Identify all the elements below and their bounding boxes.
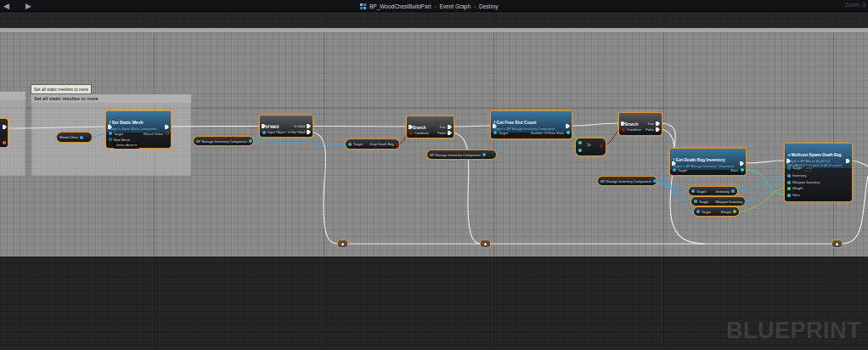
multicast-icon: ⊙ — [787, 153, 791, 157]
delegate-out-pin[interactable] — [396, 143, 399, 146]
target-pin[interactable] — [691, 189, 695, 193]
self-default-value[interactable]: self — [804, 166, 812, 172]
node-getter-weight[interactable]: Target Weight — [694, 207, 739, 216]
input-object-pin[interactable] — [262, 131, 266, 134]
object-out-pin[interactable] — [731, 189, 735, 193]
target-pin[interactable] — [696, 210, 700, 213]
breadcrumb-function[interactable]: Destroy — [479, 3, 498, 9]
target-pin[interactable] — [694, 200, 697, 203]
int-out-pin[interactable] — [566, 131, 570, 134]
node-offscreen-left[interactable] — [0, 119, 8, 147]
target-pin[interactable] — [673, 168, 676, 172]
condition-pin[interactable] — [409, 132, 413, 135]
bool-out-pin[interactable] — [600, 144, 603, 148]
blueprint-class-icon — [360, 3, 366, 9]
condition-pin[interactable] — [622, 128, 625, 132]
slots-pin[interactable] — [787, 194, 791, 197]
node-storage-component-getter[interactable]: BP Storage Inventory Component — [194, 137, 253, 145]
return-value-pin[interactable] — [166, 132, 169, 135]
node-set-static-mesh[interactable]: ƒSet Static Mesh Target is Static Mesh C… — [106, 111, 171, 148]
graph-canvas-top[interactable] — [0, 12, 868, 28]
weight-pin[interactable] — [787, 187, 791, 190]
chevron-down-icon: ▾ — [135, 144, 137, 147]
chevron-right-icon: › — [474, 3, 476, 8]
top-toolbar: ◀ ▶ BP_WoodChestBuildPart › Event Graph … — [0, 0, 868, 12]
node-multicast-spawn-death-bag[interactable]: ⊙Multicast Spawn Death Bag Target is BP … — [785, 144, 852, 201]
float-out-pin[interactable] — [733, 210, 736, 213]
reroute-node[interactable] — [481, 240, 490, 247]
node-storage-component-getter[interactable]: BP Storage Inventory Component — [598, 177, 657, 185]
variable-label: BP Storage Inventory Component — [196, 139, 247, 144]
object-out-pin[interactable] — [653, 179, 657, 183]
back-icon[interactable]: ◀ — [3, 1, 9, 11]
delegate-label: Drop Death Bag — [369, 142, 394, 146]
target-pin[interactable] — [493, 131, 497, 134]
variable-label: BP Storage Inventory Component — [430, 153, 481, 157]
weapon-inventory-pin[interactable] — [787, 181, 791, 184]
comment-title[interactable]: Set all static meshes to none — [31, 94, 191, 103]
object-out-pin[interactable] — [80, 136, 83, 139]
breadcrumb-event-graph[interactable]: Event Graph — [440, 3, 471, 9]
int-out-pin[interactable] — [741, 168, 744, 172]
variable-label: BP Storage Inventory Component — [600, 179, 651, 183]
node-branch-2[interactable]: YBranch True Condition False — [619, 113, 662, 135]
node-is-valid[interactable]: ?Is Valid Exec Is Valid Input Object Is … — [260, 116, 313, 137]
greater-than-icon: > — [587, 143, 591, 147]
zoom-level-label: Zoom -3 — [845, 2, 865, 8]
node-get-free-slot-count[interactable]: ƒGet Free Slot Count Target is BP Storag… — [491, 111, 572, 138]
chevron-right-icon: › — [435, 3, 437, 8]
breadcrumb: BP_WoodChestBuildPart › Event Graph › De… — [360, 1, 498, 11]
variable-label: Wood Chest — [59, 135, 78, 139]
comment-tooltip: Set all static meshes to none — [31, 84, 92, 94]
graph-canvas-bottom[interactable]: BLUEPRINT — [0, 257, 868, 350]
forward-icon[interactable]: ▶ — [25, 1, 31, 11]
node-branch-1[interactable]: YBranch True Condition False — [407, 116, 454, 138]
target-pin[interactable] — [787, 167, 791, 170]
object-out-pin[interactable] — [745, 200, 748, 203]
object-out-pin[interactable] — [249, 139, 252, 143]
node-getter-weapon-inventory[interactable]: Target Weapon Inventory — [691, 197, 745, 206]
breadcrumb-blueprint[interactable]: BP_WoodChestBuildPart — [369, 3, 431, 9]
reroute-node[interactable] — [832, 240, 842, 247]
reroute-node[interactable] — [338, 240, 347, 247]
function-icon: ƒ — [109, 121, 111, 125]
inventory-pin[interactable] — [787, 174, 791, 178]
node-getter-inventory[interactable]: Target Inventory — [689, 187, 737, 195]
object-out-pin[interactable] — [482, 153, 486, 156]
blueprint-watermark: BLUEPRINT — [726, 318, 861, 344]
blueprint-editor: BLUEPRINT ◀ ▶ BP_WoodChestBuildPart › Ev… — [0, 0, 868, 350]
target-label: Target — [353, 142, 363, 146]
target-pin[interactable] — [109, 132, 112, 135]
node-drop-death-bag[interactable]: Target Drop Death Bag — [346, 139, 399, 149]
node-greater-than[interactable]: > — [576, 138, 606, 155]
node-wood-chest-getter[interactable]: Wood Chest — [57, 133, 92, 142]
struct-out-pin[interactable] — [3, 141, 6, 144]
int-in-pin-a[interactable] — [578, 141, 582, 144]
node-storage-component-getter[interactable]: BP Storage Inventory Component — [427, 150, 496, 159]
new-mesh-pin[interactable] — [109, 138, 112, 141]
int-in-pin-b[interactable] — [578, 149, 582, 152]
select-asset-dropdown[interactable]: Select Asset ▾ — [114, 143, 139, 149]
node-get-death-bag-inventory[interactable]: ƒGet Death Bag Inventory Target is BP St… — [670, 149, 746, 175]
exec-out-pin[interactable] — [3, 125, 7, 129]
target-pin[interactable] — [348, 143, 352, 146]
